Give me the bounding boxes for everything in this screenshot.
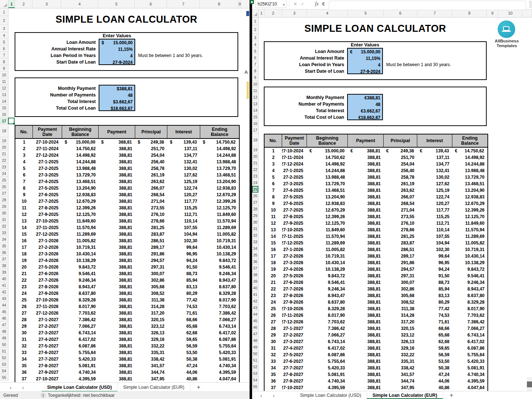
table-cell[interactable]: 388,81 [348, 161, 384, 167]
table-cell[interactable]: 132,41 [417, 167, 452, 174]
table-cell[interactable]: 11.570,94 [452, 227, 487, 233]
table-cell[interactable]: 115,25 [167, 205, 200, 211]
table-cell[interactable]: 37 [15, 376, 33, 382]
table-cell[interactable]: 122,74 [167, 185, 200, 191]
row-header-21[interactable]: 21 [252, 160, 258, 166]
table-cell[interactable]: 291,86 [135, 251, 167, 257]
vertical-scrollbar[interactable] [527, 377, 532, 391]
table-cell[interactable]: 11.005,82 [200, 231, 239, 238]
add-sheet-button[interactable]: + [190, 383, 207, 392]
table-cell[interactable]: 102,30 [417, 246, 452, 253]
table-cell[interactable]: 12 [265, 220, 282, 227]
table-cell[interactable]: 27-10-2025 [33, 218, 62, 224]
table-cell[interactable]: 388,81 [99, 224, 135, 231]
table-cell[interactable]: 5.420,33 [307, 365, 348, 371]
table-cell[interactable]: 9.246,34 [307, 286, 348, 292]
row-header-17[interactable]: 17 [0, 118, 8, 124]
column-header-5[interactable]: 5 [348, 9, 384, 17]
table-cell[interactable]: 13.988,48 [62, 165, 99, 172]
row-header-18[interactable]: 18 [252, 133, 258, 147]
table-cell[interactable]: 258,78 [135, 165, 167, 172]
table-cell[interactable]: 9.843,72 [307, 273, 348, 279]
table-cell[interactable]: 56,59 [167, 343, 200, 349]
table-cell[interactable]: 326,13 [384, 338, 417, 345]
table-cell[interactable]: 23 [265, 292, 282, 299]
chevron-down-icon[interactable]: ▾ [283, 3, 285, 7]
table-cell[interactable]: 13 [15, 218, 33, 224]
table-cell[interactable]: 388,81 [348, 312, 384, 319]
table-cell[interactable]: 388,81 [99, 369, 135, 376]
table-cell[interactable]: 388,81 [99, 238, 135, 244]
row-header-45[interactable]: 45 [0, 308, 8, 315]
table-cell[interactable]: 388,81 [348, 279, 384, 286]
table-cell[interactable]: 5.755,64 [62, 349, 99, 356]
table-cell[interactable]: 16 [265, 246, 282, 253]
table-cell[interactable]: 388,81 [99, 330, 135, 336]
table-cell[interactable]: 7.066,27 [62, 323, 99, 330]
table-cell[interactable]: 13.988,48 [452, 167, 487, 174]
table-cell[interactable]: 266,07 [384, 194, 417, 200]
table-cell[interactable]: 278,66 [384, 227, 417, 233]
cell-value[interactable]: $3.662,67 [99, 99, 134, 105]
table-cell[interactable]: 27-6-2026 [33, 270, 62, 277]
column-header-5[interactable]: 5 [98, 0, 135, 8]
table-cell[interactable]: 7.066,27 [307, 332, 348, 338]
table-cell[interactable]: 271,04 [135, 198, 167, 205]
table-cell[interactable]: 27-7-2027 [33, 356, 62, 362]
row-header-29[interactable]: 29 [252, 212, 258, 219]
table-cell[interactable]: 68,66 [417, 325, 452, 332]
row-header-37[interactable]: 37 [252, 265, 258, 271]
table-cell[interactable]: 14 [265, 233, 282, 240]
row-header-29[interactable]: 29 [0, 203, 8, 210]
row-header-30[interactable]: 30 [252, 219, 258, 225]
row-header-23[interactable]: 23 [0, 164, 8, 170]
row-header-35[interactable]: 35 [0, 243, 8, 249]
table-cell[interactable]: 347,95 [135, 376, 167, 382]
cell-value[interactable]: $15.000,00 [99, 39, 134, 46]
table-cell[interactable]: 27-10-2027 [282, 384, 307, 391]
table-cell[interactable]: 94,24 [417, 266, 452, 273]
table-cell[interactable]: 24 [15, 290, 33, 297]
column-header-9[interactable]: 9 [239, 0, 241, 8]
table-cell[interactable]: 59,65 [417, 345, 452, 352]
table-cell[interactable]: 44,06 [167, 369, 200, 376]
table-cell[interactable]: 13.204,90 [200, 178, 239, 185]
table-cell[interactable]: 11 [15, 205, 33, 211]
table-cell[interactable]: 13.729,70 [307, 180, 348, 187]
row-header-24[interactable]: 24 [0, 170, 8, 177]
table-cell[interactable]: 388,81 [99, 198, 135, 205]
table-cell[interactable]: 388,81 [348, 240, 384, 246]
table-cell[interactable]: 6.743,14 [62, 330, 99, 336]
table-cell[interactable]: 11 [265, 213, 282, 220]
table-cell[interactable]: 18 [15, 251, 33, 257]
cell-value[interactable]: 27-9-2024 [99, 59, 134, 66]
table-cell[interactable]: 110,14 [167, 218, 200, 224]
table-cell[interactable]: 13.468,51 [307, 187, 348, 194]
table-cell[interactable]: 27-11-2026 [282, 312, 307, 319]
table-cell[interactable]: 7.703,62 [452, 312, 487, 319]
row-header-46[interactable]: 46 [252, 324, 258, 331]
row-header-37[interactable]: 37 [0, 256, 8, 262]
table-cell[interactable]: 388,81 [99, 257, 135, 264]
table-cell[interactable]: 10.430,14 [200, 244, 239, 251]
table-cell[interactable]: 91,50 [417, 273, 452, 279]
table-cell[interactable]: 388,81 [348, 352, 384, 358]
table-cell[interactable]: 13.729,70 [62, 172, 99, 178]
table-cell[interactable]: 53,50 [417, 358, 452, 365]
table-cell[interactable]: 8.017,90 [307, 312, 348, 319]
table-cell[interactable]: €14.750,62 [452, 148, 487, 154]
table-cell[interactable]: 27-12-2026 [282, 319, 307, 325]
table-cell[interactable]: 3 [15, 152, 33, 159]
row-header-54[interactable]: 54 [0, 368, 8, 374]
cell-value[interactable]: 27-9-2024 [348, 68, 382, 75]
table-cell[interactable]: 27-7-2025 [33, 198, 62, 205]
confirm-icon[interactable]: ✓ [301, 1, 304, 7]
row-header-31[interactable]: 31 [252, 225, 258, 232]
table-cell[interactable]: 347,95 [384, 384, 417, 391]
row-header-48[interactable]: 48 [0, 328, 8, 335]
table-cell[interactable]: 13.204,90 [62, 185, 99, 191]
table-cell[interactable]: 4.740,34 [307, 378, 348, 384]
row-header-16[interactable]: 16 [0, 111, 8, 118]
row-header-34[interactable]: 34 [252, 245, 258, 252]
table-cell[interactable]: 251,70 [135, 145, 167, 152]
